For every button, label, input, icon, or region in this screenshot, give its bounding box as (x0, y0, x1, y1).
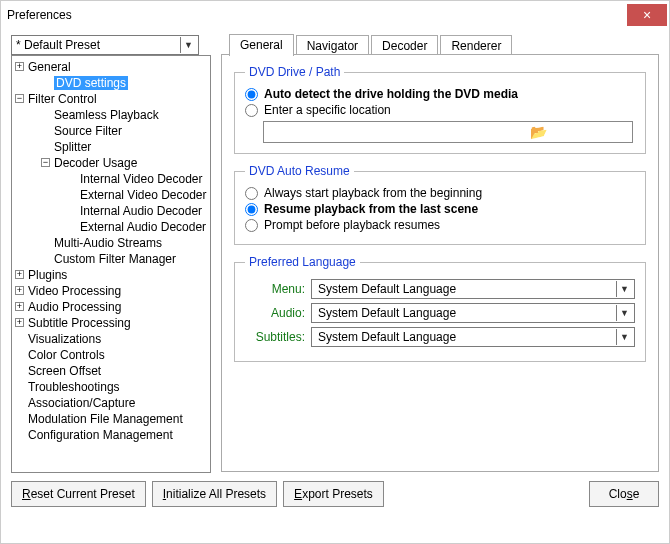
close-icon[interactable]: × (627, 4, 667, 26)
tree-multi-audio[interactable]: Multi-Audio Streams (42, 235, 208, 251)
window-title: Preferences (7, 8, 72, 22)
tree-external-audio[interactable]: External Audio Decoder (68, 219, 208, 235)
radio-enter-location[interactable]: Enter a specific location (245, 103, 635, 117)
tree-modulation-file[interactable]: Modulation File Management (16, 411, 208, 427)
audio-label: Audio: (245, 306, 305, 320)
tree-plugins[interactable]: +Plugins (16, 267, 208, 283)
radio-enter-location-input[interactable] (245, 104, 258, 117)
tree: +General DVD settings −Filter Control Se… (14, 59, 208, 443)
tree-internal-video[interactable]: Internal Video Decoder (68, 171, 208, 187)
tree-seamless-playback[interactable]: Seamless Playback (42, 107, 208, 123)
expand-icon[interactable]: + (15, 62, 24, 71)
tree-filter-control[interactable]: −Filter Control Seamless Playback Source… (16, 91, 208, 267)
tree-visualizations[interactable]: Visualizations (16, 331, 208, 347)
close-button[interactable]: Close (589, 481, 659, 507)
export-presets-button[interactable]: Export Presets (283, 481, 384, 507)
chevron-down-icon[interactable]: ▼ (616, 329, 632, 345)
tree-configuration[interactable]: Configuration Management (16, 427, 208, 443)
tree-video-processing[interactable]: +Video Processing (16, 283, 208, 299)
tree-pane[interactable]: +General DVD settings −Filter Control Se… (11, 55, 211, 473)
subtitles-label: Subtitles: (245, 330, 305, 344)
radio-autodetect[interactable]: Auto detect the drive holding the DVD me… (245, 87, 635, 101)
tree-general[interactable]: +General DVD settings (16, 59, 208, 91)
tree-custom-filter[interactable]: Custom Filter Manager (42, 251, 208, 267)
group-dvd-drive: DVD Drive / Path Auto detect the drive h… (234, 65, 646, 154)
radio-always-start-input[interactable] (245, 187, 258, 200)
content-pane: DVD Drive / Path Auto detect the drive h… (221, 54, 659, 472)
tree-association-capture[interactable]: Association/Capture (16, 395, 208, 411)
button-bar: Reset Current Preset Initialize All Pres… (1, 473, 669, 515)
legend-drive: DVD Drive / Path (245, 65, 344, 79)
expand-icon[interactable]: + (15, 302, 24, 311)
tab-renderer[interactable]: Renderer (440, 35, 512, 55)
radio-resume-last[interactable]: Resume playback from the last scene (245, 202, 635, 216)
preset-dropdown[interactable]: * Default Preset ▼ (11, 35, 199, 55)
subtitles-language-select[interactable]: System Default Language ▼ (311, 327, 635, 347)
tree-internal-audio[interactable]: Internal Audio Decoder (68, 203, 208, 219)
tree-troubleshootings[interactable]: Troubleshootings (16, 379, 208, 395)
folder-open-icon[interactable]: 📂 (447, 123, 630, 141)
expand-icon[interactable]: + (15, 286, 24, 295)
chevron-down-icon[interactable]: ▼ (616, 281, 632, 297)
main: +General DVD settings −Filter Control Se… (1, 55, 669, 473)
tree-decoder-usage[interactable]: −Decoder Usage Internal Video Decoder Ex… (42, 155, 208, 235)
collapse-icon[interactable]: − (15, 94, 24, 103)
radio-prompt[interactable]: Prompt before playback resumes (245, 218, 635, 232)
tab-decoder[interactable]: Decoder (371, 35, 438, 55)
chevron-down-icon[interactable]: ▼ (616, 305, 632, 321)
path-input[interactable]: 📂 (263, 121, 633, 143)
preset-value: * Default Preset (16, 38, 100, 52)
audio-language-select[interactable]: System Default Language ▼ (311, 303, 635, 323)
tree-color-controls[interactable]: Color Controls (16, 347, 208, 363)
expand-icon[interactable]: + (15, 270, 24, 279)
legend-resume: DVD Auto Resume (245, 164, 354, 178)
tree-splitter[interactable]: Splitter (42, 139, 208, 155)
tree-screen-offset[interactable]: Screen Offset (16, 363, 208, 379)
initialize-presets-button[interactable]: Initialize All Presets (152, 481, 277, 507)
radio-prompt-input[interactable] (245, 219, 258, 232)
radio-resume-last-input[interactable] (245, 203, 258, 216)
radio-autodetect-input[interactable] (245, 88, 258, 101)
radio-always-start[interactable]: Always start playback from the beginning (245, 186, 635, 200)
tabs: General Navigator Decoder Renderer (229, 33, 512, 55)
legend-lang: Preferred Language (245, 255, 360, 269)
tree-dvd-settings[interactable]: DVD settings (42, 75, 208, 91)
menu-language-select[interactable]: System Default Language ▼ (311, 279, 635, 299)
tree-subtitle-processing[interactable]: +Subtitle Processing (16, 315, 208, 331)
top-row: * Default Preset ▼ General Navigator Dec… (1, 29, 669, 55)
tree-external-video[interactable]: External Video Decoder (68, 187, 208, 203)
reset-preset-button[interactable]: Reset Current Preset (11, 481, 146, 507)
collapse-icon[interactable]: − (41, 158, 50, 167)
tab-navigator[interactable]: Navigator (296, 35, 369, 55)
tab-general[interactable]: General (229, 34, 294, 56)
tree-audio-processing[interactable]: +Audio Processing (16, 299, 208, 315)
expand-icon[interactable]: + (15, 318, 24, 327)
group-preferred-language: Preferred Language Menu: System Default … (234, 255, 646, 362)
group-auto-resume: DVD Auto Resume Always start playback fr… (234, 164, 646, 245)
menu-label: Menu: (245, 282, 305, 296)
titlebar: Preferences × (1, 1, 669, 29)
tree-source-filter[interactable]: Source Filter (42, 123, 208, 139)
chevron-down-icon[interactable]: ▼ (180, 37, 196, 53)
